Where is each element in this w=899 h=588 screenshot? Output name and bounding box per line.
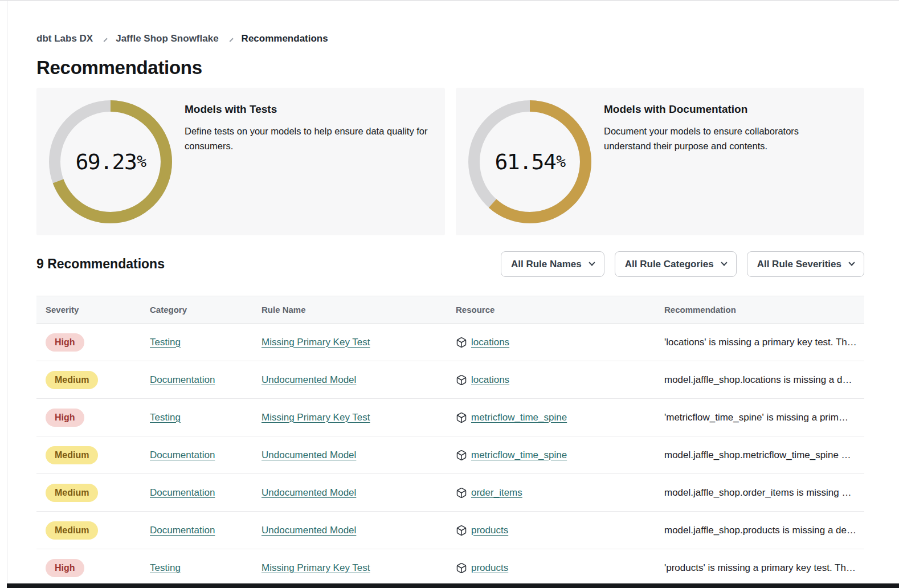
filter-label: All Rule Categories <box>625 259 714 270</box>
model-cube-icon <box>456 525 467 536</box>
category-link[interactable]: Testing <box>150 337 181 348</box>
chevron-down-icon <box>848 259 855 266</box>
tests-donut-chart: 69.23% <box>48 100 173 224</box>
percent-sign: % <box>556 152 565 171</box>
card-title: Models with Tests <box>185 103 445 116</box>
chevron-down-icon <box>721 259 727 266</box>
table-row: Medium Documentation Undocumented Model … <box>36 436 864 474</box>
percent-number: 69.23 <box>75 149 136 174</box>
recommendation-text: 'metricflow_time_spine' is missing a pri… <box>664 412 864 423</box>
resource-link[interactable]: products <box>471 525 508 536</box>
rule-severities-filter-dropdown[interactable]: All Rule Severities <box>747 251 864 277</box>
rule-categories-filter-dropdown[interactable]: All Rule Categories <box>615 251 737 277</box>
severity-badge: Medium <box>46 484 98 502</box>
main-content: dbt Labs DX Jaffle Shop Snowflake Recomm… <box>36 0 864 587</box>
docs-donut-chart: 61.54% <box>468 100 592 224</box>
rule-name-link[interactable]: Missing Primary Key Test <box>261 337 370 348</box>
rule-name-link[interactable]: Undocumented Model <box>261 487 356 498</box>
card-text: Models with Documentation Document your … <box>604 103 829 153</box>
column-header-resource: Resource <box>456 305 664 315</box>
recommendations-table: Severity Category Rule Name Resource Rec… <box>36 296 864 587</box>
category-link[interactable]: Documentation <box>150 450 215 460</box>
table-row: Medium Documentation Undocumented Model … <box>36 361 864 399</box>
metric-cards: 69.23% Models with Tests Define tests on… <box>36 88 864 235</box>
breadcrumb-project[interactable]: dbt Labs DX <box>36 33 93 44</box>
resource-link[interactable]: metricflow_time_spine <box>471 412 567 423</box>
severity-badge: High <box>46 333 84 352</box>
chevron-down-icon <box>589 259 595 266</box>
breadcrumb-chevron-icon <box>101 35 108 42</box>
breadcrumb-environment[interactable]: Jaffle Shop Snowflake <box>116 33 218 44</box>
table-row: Medium Documentation Undocumented Model … <box>36 512 864 549</box>
models-with-tests-card: 69.23% Models with Tests Define tests on… <box>36 88 445 235</box>
recommendation-text: model.jaffle_shop.locations is missing a… <box>664 374 864 386</box>
card-description: Document your models to ensure collabora… <box>604 124 829 153</box>
table-row: High Testing Missing Primary Key Test me… <box>36 399 864 436</box>
table-row: Medium Documentation Undocumented Model … <box>36 474 864 512</box>
breadcrumb-chevron-icon <box>227 35 233 42</box>
model-cube-icon <box>456 412 467 423</box>
model-cube-icon <box>456 450 467 461</box>
severity-badge: Medium <box>46 521 98 540</box>
model-cube-icon <box>456 337 467 348</box>
page-title: Recommendations <box>36 57 864 79</box>
severity-badge: High <box>46 409 84 427</box>
percent-sign: % <box>137 152 145 171</box>
model-cube-icon <box>456 487 467 499</box>
model-cube-icon <box>456 562 467 574</box>
filter-label: All Rule Severities <box>757 259 841 270</box>
category-link[interactable]: Testing <box>150 562 181 573</box>
table-header-row: Severity Category Rule Name Resource Rec… <box>36 296 864 324</box>
recommendation-text: model.jaffle_shop.order_items is missing… <box>664 487 864 499</box>
recommendation-text: 'products' is missing a primary key test… <box>664 562 864 574</box>
resource-link[interactable]: order_items <box>471 487 522 499</box>
column-header-rule-name: Rule Name <box>261 305 456 315</box>
recommendation-text: model.jaffle_shop.metricflow_time_spine … <box>664 450 864 461</box>
rule-name-link[interactable]: Missing Primary Key Test <box>261 412 370 423</box>
resource-link[interactable]: locations <box>471 337 509 348</box>
table-row: High Testing Missing Primary Key Test pr… <box>36 549 864 587</box>
models-with-documentation-card: 61.54% Models with Documentation Documen… <box>456 88 864 235</box>
recommendation-text: 'locations' is missing a primary key tes… <box>664 337 864 348</box>
rule-names-filter-dropdown[interactable]: All Rule Names <box>501 251 604 277</box>
card-text: Models with Tests Define tests on your m… <box>185 103 445 153</box>
filter-label: All Rule Names <box>511 259 582 270</box>
percent-number: 61.54 <box>495 149 555 174</box>
breadcrumb-current-page: Recommendations <box>242 33 328 44</box>
docs-percent-value: 61.54% <box>468 100 592 224</box>
recommendations-count-heading: 9 Recommendations <box>36 256 165 272</box>
category-link[interactable]: Documentation <box>150 374 215 385</box>
clipped-bottom-row <box>7 583 899 588</box>
recommendation-text: model.jaffle_shop.products is missing a … <box>664 525 864 536</box>
severity-badge: High <box>46 559 84 577</box>
category-link[interactable]: Documentation <box>150 525 215 536</box>
rule-name-link[interactable]: Undocumented Model <box>261 525 356 536</box>
resource-link[interactable]: products <box>471 562 508 574</box>
column-header-recommendation: Recommendation <box>664 305 864 315</box>
panel-left-border <box>7 0 7 588</box>
model-cube-icon <box>456 374 467 386</box>
column-header-severity: Severity <box>46 305 150 315</box>
severity-badge: Medium <box>46 446 98 464</box>
rule-name-link[interactable]: Undocumented Model <box>261 374 356 385</box>
card-description: Define tests on your models to help ensu… <box>185 124 445 153</box>
column-header-category: Category <box>150 305 261 315</box>
category-link[interactable]: Documentation <box>150 487 215 498</box>
card-title: Models with Documentation <box>604 103 829 116</box>
filter-bar: All Rule Names All Rule Categories All R… <box>501 251 864 277</box>
list-header: 9 Recommendations All Rule Names All Rul… <box>36 251 864 277</box>
resource-link[interactable]: metricflow_time_spine <box>471 450 567 461</box>
breadcrumb: dbt Labs DX Jaffle Shop Snowflake Recomm… <box>36 33 864 44</box>
tests-percent-value: 69.23% <box>48 100 173 224</box>
category-link[interactable]: Testing <box>150 412 181 423</box>
severity-badge: Medium <box>46 371 98 389</box>
resource-link[interactable]: locations <box>471 374 509 386</box>
rule-name-link[interactable]: Missing Primary Key Test <box>261 562 370 573</box>
rule-name-link[interactable]: Undocumented Model <box>261 450 356 460</box>
table-row: High Testing Missing Primary Key Test lo… <box>36 324 864 361</box>
